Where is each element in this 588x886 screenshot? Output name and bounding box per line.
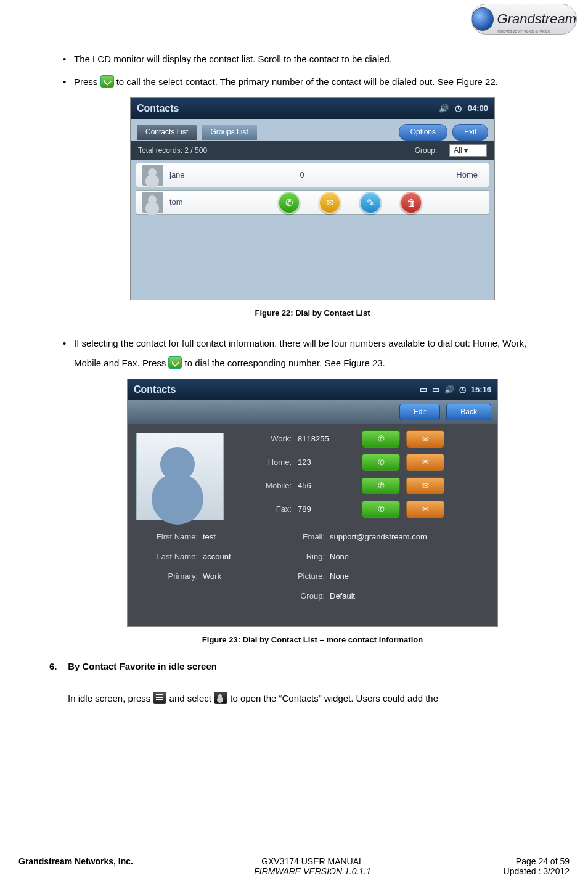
avatar-icon: [142, 192, 163, 213]
email-value: support@grandstream.com: [330, 531, 489, 543]
fig22-title: Contacts: [137, 102, 179, 115]
contact-type: Home: [348, 170, 489, 181]
fig22-titlebar: Contacts 🔊 ◷ 04:00: [131, 98, 494, 119]
options-button[interactable]: Options: [399, 124, 447, 141]
footer-manual: GXV3174 USER MANUAL: [179, 856, 446, 866]
home-label: Home:: [257, 457, 292, 468]
menu-icon: [153, 692, 166, 704]
msg-work-button[interactable]: ✉: [406, 430, 444, 448]
mobile-number: 456: [298, 480, 356, 491]
first-name-value: test: [203, 531, 271, 543]
footer-page: Page 24 of 59: [446, 856, 570, 866]
msg-fax-button[interactable]: ✉: [406, 501, 444, 518]
last-name-value: account: [203, 551, 271, 562]
ring-label: Ring:: [276, 551, 325, 562]
bullet-2-text-b: to call the select contact. The primary …: [116, 76, 498, 87]
primary-value: Work: [203, 571, 271, 582]
back-button[interactable]: Back: [446, 404, 491, 420]
total-records: Total records: 2 / 500: [138, 146, 207, 156]
dial-work-button[interactable]: ✆: [362, 430, 400, 448]
contact-photo: [136, 433, 224, 520]
contact-row[interactable]: jane 0 Home: [136, 163, 489, 187]
picture-value: None: [330, 571, 489, 582]
status-icon: ▭: [432, 384, 439, 395]
fig23-time: 15:16: [471, 384, 491, 395]
brand-logo: Grandstream Innovative IP Voice & Video: [471, 4, 577, 35]
section-6-text-c: to open the “Contacts” widget. Users cou…: [230, 693, 438, 703]
fig23-titlebar: Contacts ▭ ▭ 🔊 ◷ 15:16: [128, 379, 497, 400]
group-label: Group:: [276, 591, 325, 602]
figure-22-caption: Figure 22: Dial by Contact List: [74, 308, 551, 319]
section-6-heading: 6. By Contact Favorite in idle screen: [49, 660, 551, 673]
figure-22: Contacts 🔊 ◷ 04:00 Contacts List Groups …: [130, 97, 495, 300]
fax-number: 789: [298, 504, 356, 515]
tab-contacts-list[interactable]: Contacts List: [137, 125, 197, 140]
call-icon[interactable]: ✆: [278, 192, 300, 214]
group-select[interactable]: All ▾: [449, 144, 487, 157]
brand-tagline: Innovative IP Voice & Video: [472, 29, 576, 33]
bullet-2: Press to call the select contact. The pr…: [74, 72, 551, 92]
figure-23-caption: Figure 23: Dial by Contact List – more c…: [74, 634, 551, 646]
bullet-1-text: The LCD monitor will display the contact…: [74, 54, 392, 64]
page: Grandstream Innovative IP Voice & Video …: [0, 0, 588, 886]
fax-label: Fax:: [257, 504, 292, 515]
fig22-summary-bar: Total records: 2 / 500 Group: All ▾: [131, 141, 494, 161]
section-6-text-a: In idle screen, press: [68, 693, 153, 703]
avatar-icon: [142, 165, 163, 186]
figure-23: Contacts ▭ ▭ 🔊 ◷ 15:16 Edit Back Work:: [127, 379, 498, 627]
delete-icon[interactable]: 🗑: [400, 192, 422, 214]
call-icon: [100, 75, 114, 88]
section-6-text-b: and select: [169, 693, 214, 703]
work-number: 8118255: [298, 433, 356, 445]
speaker-icon: 🔊: [444, 384, 454, 395]
page-footer: Grandstream Networks, Inc. GXV3174 USER …: [18, 856, 570, 876]
bullet-3-text-b: to dial the corresponding number. See Fi…: [185, 358, 385, 368]
last-name-label: Last Name:: [136, 551, 198, 562]
speaker-icon: 🔊: [439, 103, 449, 114]
edit-icon[interactable]: ✎: [359, 192, 382, 214]
msg-home-button[interactable]: ✉: [406, 454, 444, 471]
body-content: The LCD monitor will display the contact…: [18, 53, 570, 708]
work-label: Work:: [257, 433, 292, 445]
footer-firmware: FIRMWARE VERSION 1.0.1.1: [179, 866, 446, 876]
globe-icon: [472, 7, 494, 31]
exit-button[interactable]: Exit: [452, 124, 488, 141]
clock-icon: ◷: [455, 103, 462, 114]
mobile-label: Mobile:: [257, 480, 292, 491]
contact-info-grid: First Name: test Email: support@grandstr…: [136, 531, 489, 602]
fig23-toolbar: Edit Back: [128, 400, 497, 424]
bullet-1: The LCD monitor will display the contact…: [74, 53, 551, 66]
edit-button[interactable]: Edit: [399, 404, 441, 420]
picture-label: Picture:: [276, 571, 325, 582]
dial-fax-button[interactable]: ✆: [362, 501, 400, 518]
email-label: Email:: [276, 531, 325, 543]
message-icon[interactable]: ✉: [319, 192, 341, 214]
contact-name: jane: [169, 170, 256, 181]
group-label: Group:: [415, 146, 438, 156]
dial-home-button[interactable]: ✆: [362, 454, 400, 471]
clock-icon: ◷: [459, 384, 466, 395]
group-value: Default: [330, 591, 489, 602]
tab-groups-list[interactable]: Groups List: [202, 125, 256, 140]
contact-number: 0: [256, 170, 348, 181]
contact-name: tom: [169, 197, 256, 208]
dial-mobile-button[interactable]: ✆: [362, 477, 400, 494]
contacts-icon: [214, 692, 227, 704]
footer-company: Grandstream Networks, Inc.: [18, 856, 179, 866]
call-icon: [168, 356, 182, 369]
fig23-title: Contacts: [134, 383, 176, 396]
primary-label: Primary:: [136, 571, 198, 582]
footer-updated: Updated : 3/2012: [446, 866, 570, 876]
section-title: By Contact Favorite in idle screen: [68, 661, 217, 671]
brand-name: Grandstream: [497, 11, 576, 27]
contact-row-selected[interactable]: tom ✆ ✉ ✎ 🗑: [136, 190, 489, 215]
fig22-time: 04:00: [468, 103, 488, 114]
status-icon: ▭: [420, 384, 427, 395]
ring-value: None: [330, 551, 489, 562]
bullet-3: If selecting the contact for full contac…: [74, 334, 551, 372]
section-number: 6.: [49, 660, 65, 673]
number-grid: Work: 8118255 ✆ ✉ Home: 123 ✆ ✉ Mobile: …: [257, 430, 444, 524]
section-6-body: In idle screen, press and select to open…: [68, 689, 551, 708]
msg-mobile-button[interactable]: ✉: [406, 477, 444, 494]
first-name-label: First Name:: [136, 531, 198, 543]
